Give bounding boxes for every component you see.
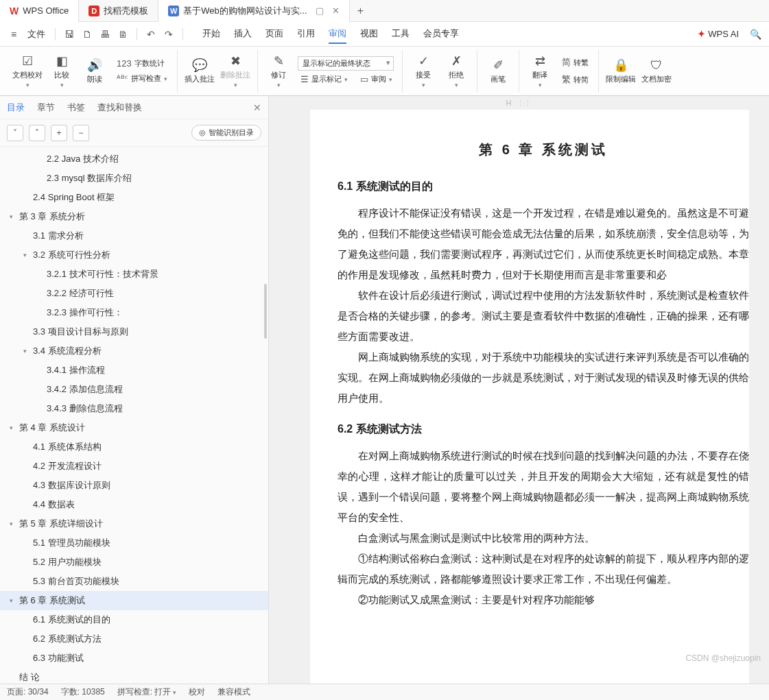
add-tab-button[interactable]: +: [350, 5, 372, 17]
toc-item[interactable]: 3.4.2 添加信息流程: [0, 380, 268, 399]
toc-item[interactable]: 2.2 Java 技术介绍: [0, 149, 268, 169]
spell-check-button[interactable]: ᴬᴮᶜ拼写检查: [114, 72, 170, 85]
expand-button[interactable]: ˄: [29, 125, 45, 141]
menu-tab-7[interactable]: 会员专享: [423, 25, 459, 44]
wps-ai-button[interactable]: ✦WPS AI: [698, 29, 739, 39]
word-count-button[interactable]: 123字数统计: [114, 57, 170, 70]
toc-item[interactable]: 6.2 系统测试方法: [0, 629, 268, 649]
close-tab-icon[interactable]: ✕: [332, 5, 340, 16]
toc-item[interactable]: 4.4 数据表: [0, 495, 268, 514]
page-indicator[interactable]: 页面: 30/34: [7, 686, 49, 698]
menu-tab-5[interactable]: 视图: [360, 25, 378, 44]
toc-item[interactable]: 结 论: [0, 668, 268, 684]
save-icon[interactable]: 🖫: [61, 26, 78, 43]
toc-arrow-icon: ▾: [23, 348, 33, 354]
remove-heading-button[interactable]: −: [73, 125, 89, 141]
delete-comment-button[interactable]: ✖删除批注: [220, 53, 250, 88]
spell-status[interactable]: 拼写检查: 打开: [117, 686, 176, 698]
toc-item[interactable]: 4.1 系统体系结构: [0, 437, 268, 457]
toc-item[interactable]: 4.2 开发流程设计: [0, 457, 268, 476]
template-tab[interactable]: D找稻壳模板: [79, 0, 158, 22]
menu-tab-2[interactable]: 页面: [265, 25, 283, 44]
toc-item[interactable]: 3.2.3 操作可行性：: [0, 303, 268, 322]
toc-label: 第 4 章 系统设计: [19, 422, 85, 434]
scrollbar-thumb[interactable]: [264, 284, 267, 339]
encrypt-button[interactable]: 🛡文档加密: [641, 58, 672, 84]
toc-item[interactable]: 4.3 数据库设计原则: [0, 476, 268, 495]
proof-status[interactable]: 校对: [189, 686, 205, 698]
toc-item[interactable]: 2.4 Spring Boot 框架: [0, 188, 268, 207]
toc-item[interactable]: ▾3.2 系统可行性分析: [0, 245, 268, 265]
proof-icon: ☑: [22, 53, 33, 69]
sidebar-tab-3[interactable]: 查找和替换: [97, 101, 142, 114]
smart-toc-button[interactable]: ◎智能识别目录: [191, 125, 261, 141]
menu-tab-0[interactable]: 开始: [202, 25, 220, 44]
track-changes-button[interactable]: ✎修订: [265, 53, 292, 88]
search-icon[interactable]: 🔍: [747, 26, 764, 43]
restrict-edit-button[interactable]: 🔒限制编辑: [606, 58, 636, 84]
toc-item[interactable]: 5.3 前台首页功能模块: [0, 572, 268, 591]
toc-item[interactable]: ▾第 4 章 系统设计: [0, 418, 268, 437]
toc-label: 6.3 功能测试: [33, 652, 84, 664]
toc-item[interactable]: 3.1 需求分析: [0, 226, 268, 245]
encrypt-icon: 🛡: [650, 58, 663, 73]
page-ruler: H⋮⋮: [506, 99, 532, 108]
show-markup-button[interactable]: ☰显示标记: [298, 73, 351, 86]
menu-tab-3[interactable]: 引用: [297, 25, 315, 44]
read-aloud-button[interactable]: 🔊朗读: [81, 58, 108, 84]
toc-item[interactable]: 5.2 用户功能模块: [0, 553, 268, 572]
sidebar-tab-0[interactable]: 目录: [7, 101, 25, 114]
file-menu[interactable]: 文件: [23, 28, 49, 40]
tab-window-icon[interactable]: ▢: [316, 5, 324, 16]
toc-item[interactable]: ▾第 3 章 系统分析: [0, 207, 268, 226]
accept-button[interactable]: ✓接受: [410, 53, 437, 88]
document-tab[interactable]: W基于Web的购物网站设计与实...▢✕: [158, 0, 349, 22]
saveas-icon[interactable]: 🗋: [79, 26, 95, 43]
word-count[interactable]: 字数: 10385: [61, 686, 105, 698]
document-area[interactable]: H⋮⋮ 第 6 章 系统测试 6.1 系统测试的目的 程序设计不能保证没有错误，…: [269, 96, 769, 684]
app-tab[interactable]: WWPS Office: [0, 0, 79, 22]
wordcount-icon: 123: [117, 58, 132, 69]
collapse-button[interactable]: ˅: [7, 125, 23, 141]
compare-button[interactable]: ◧比较: [48, 53, 75, 88]
doc-proof-button[interactable]: ☑文档校对: [12, 53, 43, 88]
paragraph: 网上商城购物系统的实现，对于系统中功能模块的实试进行来评判系统是否可以准确的实现…: [338, 347, 749, 409]
display-mode-select[interactable]: 显示标记的最终状态: [298, 56, 394, 71]
close-sidebar-icon[interactable]: ✕: [253, 102, 261, 113]
toc-item[interactable]: 3.2.1 技术可行性：技术背景: [0, 265, 268, 284]
toc-item[interactable]: ▾3.4 系统流程分析: [0, 341, 268, 361]
to-traditional-button[interactable]: 简转繁: [559, 55, 591, 70]
insert-comment-button[interactable]: 💬插入批注: [185, 58, 215, 84]
toc-item[interactable]: 5.1 管理员功能模块: [0, 533, 268, 553]
redo-icon[interactable]: ↷: [161, 26, 177, 43]
menu-tab-1[interactable]: 插入: [234, 25, 252, 44]
toc-item[interactable]: 3.3 项目设计目标与原则: [0, 322, 268, 341]
ribbon-tabs: 开始插入页面引用审阅视图工具会员专享: [202, 25, 459, 44]
sidebar-tab-1[interactable]: 章节: [37, 101, 55, 114]
reject-button[interactable]: ✗拒绝: [442, 53, 470, 88]
to-simplified-button[interactable]: 繁转简: [559, 72, 591, 87]
toc-item[interactable]: 3.4.3 删除信息流程: [0, 399, 268, 418]
toc-item[interactable]: 6.1 系统测试的目的: [0, 610, 268, 629]
toc-item[interactable]: 3.4.1 操作流程: [0, 361, 268, 380]
toc-item[interactable]: 2.3 mysql 数据库介绍: [0, 169, 268, 188]
menu-tab-6[interactable]: 工具: [392, 25, 410, 44]
add-heading-button[interactable]: +: [51, 125, 67, 141]
toc-item[interactable]: 6.3 功能测试: [0, 649, 268, 668]
reject-icon: ✗: [451, 53, 462, 69]
translate-button[interactable]: ⇄翻译: [526, 53, 554, 88]
menu-tab-4[interactable]: 审阅: [329, 25, 346, 44]
ribbon: ☑文档校对 ◧比较 🔊朗读 123字数统计 ᴬᴮᶜ拼写检查 💬插入批注 ✖删除批…: [0, 47, 769, 96]
toc-item[interactable]: ▾第 5 章 系统详细设计: [0, 514, 268, 533]
compat-mode[interactable]: 兼容模式: [217, 686, 250, 698]
paragraph: 程序设计不能保证没有错误，这是一个开发过程，在错是难以避免的。虽然这是不可避免的…: [338, 203, 749, 285]
hamburger-icon[interactable]: ≡: [5, 26, 22, 43]
undo-icon[interactable]: ↶: [143, 26, 159, 43]
sidebar-tab-2[interactable]: 书签: [67, 101, 85, 114]
toc-item[interactable]: ▾第 6 章 系统测试: [0, 591, 268, 610]
pen-button[interactable]: ✐画笔: [484, 58, 512, 84]
print-preview-icon[interactable]: 🗎: [115, 26, 131, 43]
print-icon[interactable]: 🖶: [97, 26, 113, 43]
review-pane-button[interactable]: ▭审阅: [357, 73, 395, 86]
toc-item[interactable]: 3.2.2 经济可行性: [0, 284, 268, 303]
